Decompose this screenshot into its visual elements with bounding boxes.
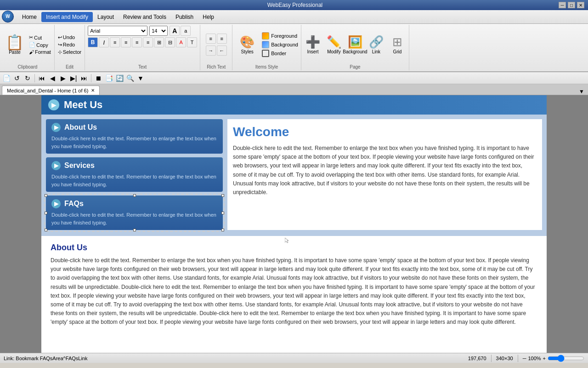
justify-button[interactable]: ≡ [143,37,153,47]
toolbar-page[interactable]: 📑 [104,74,113,83]
page-container: ▶ Meet Us ▶ About Us Double-click here t… [41,95,547,353]
outdent-button[interactable]: ⊟ [165,37,175,47]
menu-help[interactable]: Help [198,12,219,22]
menu-review[interactable]: Review and Tools [119,12,171,22]
foreground-button[interactable]: Foreground [262,32,298,40]
page-background-button[interactable]: 🖼️ Background [345,35,365,54]
rt-btn1[interactable]: ≡ [206,34,216,44]
zoom-in-button[interactable]: + [543,356,546,361]
services-nav-item[interactable]: ▶ Services Double-click here to edit the… [46,157,223,192]
menu-insert-modify[interactable]: Insert and Modify [41,12,93,22]
align-center-button[interactable]: ≡ [121,37,131,47]
undo-button[interactable]: ↩ Undo [57,34,83,41]
handle-bm[interactable] [133,229,136,231]
menu-home[interactable]: Home [17,12,41,22]
modify-label: Modify [327,49,340,54]
copy-icon: 📄 [29,42,35,48]
border-button[interactable]: Border [262,50,298,57]
rt-btn2[interactable]: ≡ [217,34,227,44]
faqs-header: ▶ FAQs [51,199,217,208]
tab-close[interactable]: ✕ [91,88,95,93]
about-us-icon: ▶ [51,123,61,132]
toolbar-fwd[interactable]: ↻ [23,74,32,83]
menu-publish[interactable]: Publish [171,12,198,22]
handle-tm[interactable] [133,194,136,197]
handle-bl[interactable] [45,229,47,231]
zoom-out-button[interactable]: ─ [523,356,526,361]
handle-tl[interactable] [45,194,47,197]
window-controls[interactable]: ─ □ ✕ [559,2,584,8]
close-button[interactable]: ✕ [577,2,584,8]
styles-group: 🎨 Styles Foreground Background Border It… [232,25,301,70]
restore-button[interactable]: □ [568,2,575,8]
scissors-icon: ✂ [29,34,33,40]
font-color-button[interactable]: A [176,37,186,47]
edit-label: Edit [66,64,74,69]
ribbon: 📋 Paste ✂ Cut 📄 Copy 🖌 Format Clipboard [0,24,588,72]
font-select[interactable]: Arial [88,26,147,36]
toolbar-play[interactable]: ▶ [58,74,68,83]
about-title: About Us [51,243,537,253]
handle-tr[interactable] [221,194,224,197]
faqs-icon: ▶ [51,199,61,208]
faqs-nav-item[interactable]: ▶ FAQs Double-click here to edit the tex… [46,196,223,230]
toolbar-down[interactable]: ▼ [136,74,145,83]
cut-button[interactable]: ✂ Cut [28,34,52,41]
toolbar-refresh[interactable]: 🔄 [115,74,124,83]
grid-button[interactable]: ⊞ Grid [388,35,407,54]
redo-button[interactable]: ↪ Redo [57,41,83,48]
insert-button[interactable]: ➕ Insert [303,35,322,54]
text-group: Arial 14 A a B I ≡ ≡ ≡ ≡ ⊞ ⊟ A T Text [85,25,200,70]
rich-text-group: ≡ ≡ → ← Rich Text [200,25,232,70]
styles-button[interactable]: 🎨 Styles [235,35,259,54]
align-left-button[interactable]: ≡ [110,37,120,47]
indent-button[interactable]: ⊞ [154,37,164,47]
toolbar-new[interactable]: 📄 [2,74,11,83]
font-shrink-button[interactable]: a [181,26,191,36]
font-size-select[interactable]: 14 [149,26,168,36]
toolbar-back[interactable]: ↺ [12,74,22,83]
handle-br[interactable] [221,229,224,231]
tab-scroll-down[interactable]: ▼ [577,88,586,95]
about-us-text: Double-click here to edit the text. Reme… [51,135,217,150]
status-link: Link: Bookmark FAQsArea^FAQsLink [4,356,87,361]
paste-button[interactable]: 📋 Paste [3,34,27,56]
handle-mr[interactable] [221,212,224,214]
link-button[interactable]: 🔗 Link [367,35,386,54]
toolbar-first[interactable]: ⏮ [37,74,46,83]
about-us-nav-item[interactable]: ▶ About Us Double-click here to edit the… [46,119,223,154]
menu-layout[interactable]: Layout [93,12,119,22]
format-brush-icon: 🖌 [29,49,34,55]
copy-label: Copy [36,42,48,48]
align-right-button[interactable]: ≡ [132,37,142,47]
left-nav: ▶ About Us Double-click here to edit the… [46,119,223,230]
background-button[interactable]: Background [262,41,298,48]
toolbar-search[interactable]: 🔍 [125,74,135,83]
modify-button[interactable]: ✏️ Modify [324,35,344,54]
toolbar-stop[interactable]: ⏹ [94,74,103,83]
minimize-button[interactable]: ─ [559,2,566,8]
selector-button[interactable]: ⊹ Selector [57,49,83,56]
toolbar-prev[interactable]: ◀ [48,74,57,83]
toolbar-last[interactable]: ⏭ [79,74,89,83]
canvas-area[interactable]: ▶ Meet Us ▶ About Us Double-click here t… [0,95,588,353]
selector-label: Selector [63,49,81,55]
bold-button[interactable]: B [88,37,98,47]
about-us-title: About Us [64,123,97,132]
grid-label: Grid [393,49,401,54]
sep1 [34,74,35,82]
selector-icon: ⊹ [58,49,62,55]
toolbar-next[interactable]: ▶| [69,74,78,83]
foreground-label: Foreground [271,33,297,39]
format-button[interactable]: 🖌 Format [28,49,52,55]
copy-button[interactable]: 📄 Copy [28,41,52,48]
italic-button[interactable]: I [99,37,109,47]
tab-active[interactable]: Medical_and_Dental - Home (1 of 6) ✕ [2,86,100,95]
handle-ml[interactable] [45,212,47,214]
meet-us-title: Meet Us [64,99,102,111]
zoom-slider[interactable] [548,355,584,362]
text-bg-button[interactable]: T [187,37,197,47]
rt-btn4[interactable]: ← [217,46,227,56]
font-grow-button[interactable]: A [170,26,180,36]
rt-btn3[interactable]: → [206,46,216,56]
